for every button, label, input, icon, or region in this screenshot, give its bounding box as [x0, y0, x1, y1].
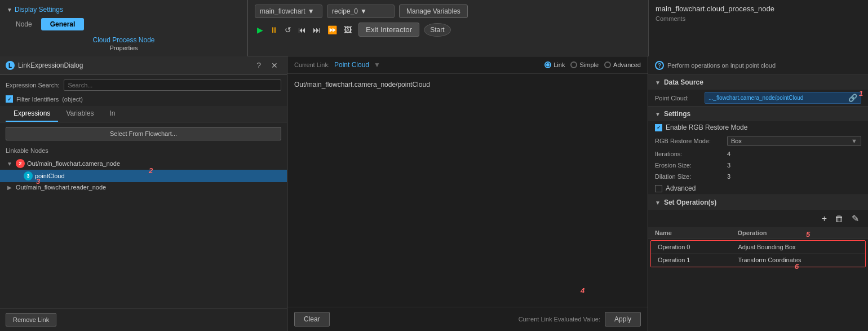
- fast-forward-button[interactable]: ⏭: [311, 24, 323, 36]
- search-row: Expression Search:: [0, 75, 287, 95]
- manage-variables-button[interactable]: Manage Variables: [399, 5, 468, 18]
- tab-in[interactable]: In: [102, 106, 123, 122]
- capture-button[interactable]: 🖼: [342, 24, 354, 36]
- step-back-button[interactable]: ⏮: [296, 24, 308, 36]
- tree-item-pointcloud[interactable]: 3 pointCloud: [0, 170, 287, 182]
- tab-variables[interactable]: Variables: [58, 106, 101, 122]
- comments-label: Comments: [656, 15, 861, 22]
- filter-checkbox[interactable]: ✓: [6, 95, 13, 103]
- ops-highlight-border: Operation 0 Adjust Bounding Box Operatio…: [650, 240, 866, 267]
- recipe-dropdown[interactable]: recipe_0 ▼: [327, 5, 395, 18]
- current-link-chevron: ▼: [374, 61, 380, 69]
- evaluated-row: Current Link Evaluated Value: Apply: [519, 312, 641, 326]
- select-from-flowchart-button[interactable]: Select From Flowchart...: [6, 127, 281, 140]
- eval-label: Current Link Evaluated Value:: [519, 316, 600, 323]
- annotation-badge-3: 3: [36, 177, 40, 186]
- annotation-badge-6: 6: [795, 262, 799, 271]
- close-button[interactable]: ✕: [268, 60, 281, 71]
- iterations-value: 4: [727, 151, 730, 157]
- advanced-radio-dot: [604, 61, 611, 68]
- top-bar: Display Settings Node General Cloud Proc…: [0, 0, 868, 56]
- advanced-radio[interactable]: Advanced: [604, 61, 641, 68]
- op0-op: Adjust Bounding Box: [738, 244, 858, 250]
- op0-name: Operation 0: [658, 244, 738, 250]
- settings-section: Settings ✓ Enable RGB Restore Mode RGB R…: [648, 107, 868, 195]
- center-expression-area: Out/main_flowchart.camera_node/pointClou…: [287, 74, 648, 307]
- cloud-process-node-link[interactable]: Cloud Process Node Properties: [0, 34, 247, 54]
- simple-radio[interactable]: Simple: [570, 61, 599, 68]
- rgb-mode-dropdown[interactable]: Box ▼: [727, 136, 861, 146]
- help-button[interactable]: ?: [253, 60, 264, 71]
- data-source-section: Data Source Point Cloud: ..._flowchart.c…: [648, 75, 868, 107]
- tab-general[interactable]: General: [41, 18, 85, 30]
- filter-row: ✓ Filter Identifiers (object): [0, 95, 287, 106]
- right-panel: ? Perform operations on input point clou…: [648, 56, 868, 331]
- tree-item-reader-node[interactable]: ▶ Out/main_flowchart.reader_node: [0, 182, 287, 192]
- ops-row-1[interactable]: Operation 1 Transform Coordinates: [651, 254, 865, 267]
- advanced-label: Advanced: [666, 184, 696, 192]
- exit-interactor-button[interactable]: Exit Interactor: [358, 23, 419, 37]
- search-input[interactable]: [64, 80, 281, 91]
- enable-rgb-checkbox[interactable]: ✓: [655, 124, 662, 131]
- dialog-title: L LinkExpressionDialog: [6, 61, 83, 70]
- tab-expressions[interactable]: Expressions: [6, 106, 58, 122]
- erosion-label: Erosion Size:: [655, 162, 723, 169]
- remove-link-button[interactable]: Remove Link: [6, 313, 56, 326]
- erosion-value: 3: [727, 162, 730, 169]
- erosion-row: Erosion Size: 3: [648, 160, 868, 171]
- pc-label: Point Cloud:: [655, 95, 700, 101]
- skip-button[interactable]: ⏩: [325, 24, 339, 36]
- left-panel: L LinkExpressionDialog ? ✕ Expression Se…: [0, 56, 287, 331]
- playback-row: ▶ ⏸ ↺ ⏮ ⏭ ⏩ 🖼 Exit Interactor Start: [255, 23, 641, 37]
- search-label: Expression Search:: [6, 82, 59, 89]
- ops-toolbar: + 🗑 ✎: [648, 210, 868, 227]
- display-settings-tabs: Node General: [0, 15, 247, 34]
- center-top: Current Link: Point Cloud ▼ Link Simple …: [287, 56, 648, 74]
- tree-badge-camera: 2: [16, 159, 25, 168]
- iterations-row: Iterations: 4: [648, 148, 868, 160]
- dilation-label: Dilation Size:: [655, 173, 723, 180]
- tree-label-camera: Out/main_flowchart.camera_node: [27, 160, 120, 167]
- enable-rgb-row: ✓ Enable RGB Restore Mode: [648, 121, 868, 134]
- pause-button[interactable]: ⏸: [268, 24, 280, 36]
- ops-delete-button[interactable]: 🗑: [832, 212, 846, 225]
- play-button[interactable]: ▶: [255, 24, 265, 36]
- apply-button[interactable]: Apply: [605, 312, 641, 326]
- rgb-mode-row: RGB Restore Mode: Box ▼: [648, 134, 868, 148]
- advanced-radio-label: Advanced: [613, 61, 641, 68]
- current-link-row: Current Link: Point Cloud ▼: [294, 61, 380, 69]
- ops-add-button[interactable]: +: [820, 212, 829, 225]
- link-radio[interactable]: Link: [544, 61, 565, 68]
- pc-link-icon[interactable]: 🔗: [848, 94, 857, 102]
- link-radio-label: Link: [553, 61, 565, 68]
- simple-radio-dot: [570, 61, 577, 68]
- data-source-title: Data Source: [648, 75, 868, 90]
- refresh-button[interactable]: ↺: [282, 24, 294, 36]
- rp-info-text: Perform operations on input point cloud: [667, 62, 776, 69]
- flowchart-dropdown[interactable]: main_flowchart ▼: [255, 5, 322, 18]
- rgb-mode-label: RGB Restore Mode:: [655, 138, 723, 144]
- bottom-bar-left: Remove Link: [0, 308, 287, 331]
- tree-toggle-camera: ▼: [6, 161, 14, 167]
- expression-text: Out/main_flowchart.camera_node/pointClou…: [294, 81, 430, 89]
- display-settings-panel: Display Settings Node General Cloud Proc…: [0, 0, 248, 56]
- flow-top: main_flowchart ▼ recipe_0 ▼ Manage Varia…: [248, 0, 648, 56]
- tab-node[interactable]: Node: [7, 18, 41, 30]
- right-panel-top: main_flowchart.cloud_process_node Commen…: [648, 0, 868, 56]
- filter-identifiers-label: Filter Identifiers: [16, 96, 59, 103]
- advanced-checkbox[interactable]: [655, 185, 662, 192]
- point-cloud-row: Point Cloud: ..._flowchart.camera_node/p…: [648, 90, 868, 106]
- ops-edit-button[interactable]: ✎: [849, 212, 861, 225]
- nodes-tree: ▼ 2 Out/main_flowchart.camera_node 3 poi…: [0, 156, 287, 308]
- tabs-row: Expressions Variables In: [0, 106, 287, 122]
- op1-name: Operation 1: [658, 257, 738, 263]
- ops-col-name: Name: [655, 230, 737, 236]
- clear-button[interactable]: Clear: [294, 312, 330, 326]
- ops-row-0[interactable]: Operation 0 Adjust Bounding Box: [651, 241, 865, 254]
- tree-toggle-reader: ▶: [6, 184, 14, 191]
- tree-item-camera-node[interactable]: ▼ 2 Out/main_flowchart.camera_node: [0, 157, 287, 170]
- center-bottom: Clear Current Link Evaluated Value: Appl…: [287, 307, 648, 331]
- pc-value-field[interactable]: ..._flowchart.camera_node/pointCloud 🔗: [705, 92, 861, 104]
- ops-col-op: Operation: [737, 230, 861, 236]
- annotation-badge-4: 4: [581, 286, 584, 295]
